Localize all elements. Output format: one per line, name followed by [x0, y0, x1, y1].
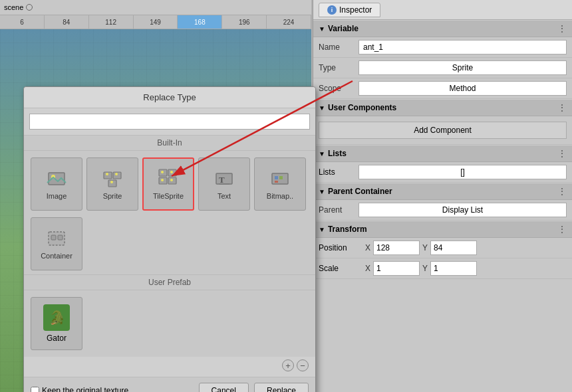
add-component-row: Add Component [313, 116, 572, 145]
scope-field-row: Scope [313, 78, 572, 99]
variable-menu[interactable]: ⋮ [557, 23, 567, 34]
scale-label: Scale [319, 264, 365, 273]
svg-point-5 [115, 173, 118, 175]
lists-arrow: ▼ [319, 150, 325, 157]
modal-buttons: Cancel Replace [199, 383, 309, 392]
text-label: Text [217, 192, 231, 200]
tick-1: 84 [45, 15, 89, 29]
tick-3: 149 [134, 15, 178, 29]
scene-topbar: scene [0, 0, 311, 15]
tick-0: 6 [0, 15, 45, 29]
scale-y-input[interactable] [430, 261, 477, 276]
tilesprite-label: TileSprite [153, 192, 184, 200]
name-label: Name [319, 43, 358, 52]
user-prefab-label: User Prefab [24, 274, 315, 290]
type-tilesprite[interactable]: TileSprite [142, 157, 194, 211]
parent-container-arrow: ▼ [319, 188, 325, 195]
bitmap-label: Bitmap.. [267, 192, 293, 200]
position-x-input[interactable] [373, 241, 420, 255]
svg-point-15 [170, 179, 173, 181]
tick-4: 168 [178, 15, 222, 29]
position-y-input[interactable] [430, 241, 477, 255]
transform-section-header[interactable]: ▼ Transform ⋮ [313, 221, 572, 238]
sprite-label: Sprite [103, 192, 122, 200]
lists-menu[interactable]: ⋮ [557, 148, 567, 159]
sx-coord-label: X [365, 264, 370, 273]
scale-x-input[interactable] [373, 261, 420, 276]
type-bitmap[interactable]: Bitmap.. [254, 157, 306, 211]
prefab-gator[interactable]: 🐊 Gator [31, 297, 82, 350]
lists-section-header[interactable]: ▼ Lists ⋮ [313, 145, 572, 162]
type-sprite[interactable]: Sprite [86, 157, 138, 211]
add-circle-btn[interactable]: + [282, 359, 294, 371]
svg-rect-24 [51, 235, 56, 240]
parent-input[interactable] [358, 203, 567, 217]
transform-arrow: ▼ [319, 226, 325, 233]
svg-point-3 [106, 173, 108, 175]
position-label: Position [319, 243, 365, 252]
transform-menu[interactable]: ⋮ [557, 224, 567, 235]
parent-container-menu[interactable]: ⋮ [557, 186, 567, 197]
transform-title: Transform [328, 225, 557, 234]
builtin-icon-grid: Image Sprite [24, 151, 315, 217]
parent-container-section-header[interactable]: ▼ Parent Container ⋮ [313, 183, 572, 200]
lists-field-row: Lists [] [313, 162, 572, 183]
gator-icon: 🐊 [43, 304, 70, 331]
timeline-bar: 6 84 112 149 168 196 224 [0, 15, 311, 29]
user-components-section-header[interactable]: ▼ User Components ⋮ [313, 99, 572, 116]
info-icon: i [327, 5, 337, 15]
sy-coord-label: Y [422, 264, 428, 273]
add-component-button[interactable]: Add Component [319, 122, 567, 139]
tilesprite-icon [158, 168, 179, 189]
variable-section-header[interactable]: ▼ Variable ⋮ [313, 20, 572, 37]
inspector-panel: i Inspector ▼ Variable ⋮ Name Type Scope… [313, 0, 572, 392]
remove-circle-btn[interactable]: − [297, 359, 309, 371]
type-container[interactable]: Container [31, 217, 82, 270]
container-icon [46, 228, 67, 249]
svg-rect-20 [275, 176, 278, 179]
replace-button[interactable]: Replace [254, 383, 309, 392]
prefab-grid: 🐊 Gator [24, 290, 315, 357]
name-field-row: Name [313, 37, 572, 58]
builtin-container-grid: Container [24, 217, 315, 274]
image-icon [46, 168, 67, 189]
type-field-row: Type [313, 58, 572, 78]
builtin-label: Built-In [24, 135, 315, 151]
type-text[interactable]: T Text [198, 157, 250, 211]
user-components-arrow: ▼ [319, 104, 325, 112]
parent-field-row: Parent [313, 200, 572, 221]
type-input[interactable] [358, 60, 567, 75]
modal-bottom: Keep the original texture. Cancel Replac… [24, 377, 315, 392]
cancel-button[interactable]: Cancel [199, 383, 249, 392]
type-label: Type [319, 63, 358, 72]
svg-point-13 [161, 179, 164, 181]
scale-xy: X Y [365, 261, 567, 276]
inspector-content: ▼ Variable ⋮ Name Type Scope ▼ User Comp… [313, 20, 572, 392]
scene-indicator [26, 4, 33, 11]
checkbox-row: Keep the original texture. [31, 386, 130, 392]
keep-texture-checkbox[interactable] [31, 387, 39, 393]
user-components-menu[interactable]: ⋮ [557, 102, 567, 113]
inspector-tab-label: Inspector [339, 5, 372, 15]
sprite-icon [102, 168, 123, 189]
type-image[interactable]: Image [31, 157, 82, 211]
y-coord-label: Y [422, 243, 428, 252]
modal-search-input[interactable] [29, 114, 310, 130]
svg-text:T: T [219, 175, 225, 185]
scene-label: scene [4, 3, 23, 11]
replace-type-dialog: Replace Type Built-In Image [23, 86, 316, 392]
parent-label: Parent [319, 205, 358, 215]
tick-5: 196 [222, 15, 267, 29]
lists-title: Lists [328, 149, 557, 158]
modal-search-area [24, 108, 315, 135]
name-input[interactable] [358, 40, 567, 54]
scope-input[interactable] [358, 81, 567, 96]
tick-6: 224 [267, 15, 311, 29]
svg-point-11 [170, 171, 173, 173]
inspector-tab-btn[interactable]: i Inspector [319, 3, 380, 17]
svg-rect-25 [58, 235, 63, 240]
gator-label: Gator [47, 334, 67, 343]
container-label: Container [41, 252, 72, 260]
lists-value: [] [358, 165, 567, 179]
inspector-tab: i Inspector [313, 0, 572, 20]
